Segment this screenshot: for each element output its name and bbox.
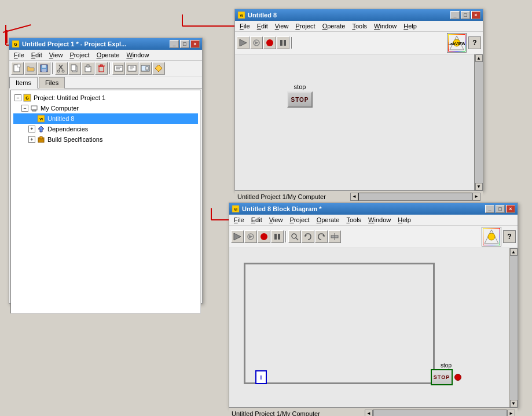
project-explorer-title-bar[interactable]: G Untitled Project 1 * - Project Expl...… (9, 38, 202, 50)
svg-text:VI: VI (234, 208, 237, 211)
tb-bd-search[interactable] (288, 230, 301, 243)
bd-menu-project[interactable]: Project (286, 215, 313, 224)
vi-scrollbar-v[interactable]: ▲ ▼ (474, 54, 483, 190)
menu-operate[interactable]: Operate (93, 50, 123, 60)
tb-more[interactable] (139, 62, 152, 75)
tb-bd-undo[interactable] (302, 230, 314, 243)
bd-menu-edit[interactable]: Edit (248, 215, 266, 224)
menu-edit[interactable]: Edit (28, 50, 46, 60)
tb-paste[interactable] (82, 62, 94, 75)
bd-scroll-up[interactable]: ▲ (510, 248, 518, 256)
vi-stop-button[interactable]: STOP (287, 91, 313, 108)
tree-project-node[interactable]: − G Project: Untitled Project 1 (13, 93, 198, 103)
tb-bd-stop[interactable] (258, 230, 270, 243)
tb-properties[interactable] (112, 62, 125, 75)
vi-scroll-down[interactable]: ▼ (475, 183, 483, 190)
vi-scroll-up[interactable]: ▲ (475, 54, 483, 62)
tb-save[interactable] (38, 62, 50, 75)
vi-menu-window[interactable]: Window (370, 21, 400, 31)
bd-close[interactable]: × (506, 205, 515, 213)
tb-bd-run-arrow[interactable] (231, 230, 244, 243)
tree-dependencies-node[interactable]: + Dependencies (13, 124, 198, 134)
vi-title-bar[interactable]: VI Untitled 8 _ □ × (235, 9, 483, 21)
vi-menu-project[interactable]: Project (292, 21, 318, 31)
tb-help[interactable] (126, 62, 138, 75)
bd-maximize[interactable]: □ (496, 205, 505, 213)
bd-menu-tools[interactable]: Tools (343, 215, 365, 224)
vi-menu-help[interactable]: Help (400, 21, 420, 31)
vi-menu-tools[interactable]: Tools (348, 21, 370, 31)
bd-scroll-down[interactable]: ▼ (510, 400, 518, 407)
vi-scroll-track-v[interactable] (475, 62, 483, 183)
bd-sep1 (285, 231, 287, 242)
vi-maximize[interactable]: □ (461, 11, 470, 19)
vi-scrollbar-h[interactable] (358, 193, 472, 201)
tab-items[interactable]: Items (9, 77, 38, 89)
vi-front-panel-canvas[interactable]: stop STOP (235, 54, 474, 190)
tb-extra[interactable] (152, 62, 165, 75)
tb-bd-extra[interactable] (328, 230, 341, 243)
menu-file[interactable]: File (10, 50, 28, 60)
bd-minimize[interactable]: _ (485, 205, 494, 213)
bd-bool-indicator[interactable]: i (255, 370, 267, 384)
expander-project[interactable]: − (14, 94, 21, 101)
tb-copy[interactable] (68, 62, 81, 75)
svg-marker-57 (249, 235, 253, 238)
bd-menu-window[interactable]: Window (365, 215, 394, 224)
menu-window[interactable]: Window (123, 50, 152, 60)
minimize-button[interactable]: _ (170, 40, 179, 48)
tree-mycomputer-node[interactable]: − My Computer (13, 103, 198, 113)
bd-scrollbar-h[interactable] (373, 410, 507, 417)
bd-scroll-left[interactable]: ◄ (365, 410, 373, 417)
menu-project[interactable]: Project (66, 50, 93, 60)
expander-mycomputer[interactable]: − (21, 105, 28, 112)
vi-menu-file[interactable]: File (236, 21, 254, 31)
vi-close[interactable]: × (471, 11, 480, 19)
block-diagram-window: VI Untitled 8 Block Diagram * _ □ × File… (229, 203, 518, 408)
vi-scroll-left[interactable]: ◄ (350, 193, 358, 201)
tb-vi-pause[interactable] (277, 36, 289, 49)
vi-menu-operate[interactable]: Operate (319, 21, 349, 31)
project-explorer-window: G Untitled Project 1 * - Project Expl...… (9, 38, 203, 304)
tb-bd-run2[interactable] (244, 230, 257, 243)
bd-outer-box (244, 263, 435, 384)
bd-title-bar[interactable]: VI Untitled 8 Block Diagram * _ □ × (229, 203, 518, 215)
bd-stop-button[interactable]: STOP (431, 369, 453, 385)
menu-view[interactable]: View (46, 50, 67, 60)
maximize-button[interactable]: □ (180, 40, 189, 48)
vi-icon: VI (36, 114, 46, 123)
vi-scroll-right[interactable]: ► (472, 193, 480, 201)
tb-vi-run2[interactable] (250, 36, 263, 49)
project-tree[interactable]: − G Project: Untitled Project 1 − My Com… (10, 90, 201, 314)
vi-minimize[interactable]: _ (450, 11, 460, 19)
tab-files[interactable]: Files (39, 77, 65, 89)
tb-new-vi[interactable] (11, 62, 24, 75)
svg-rect-60 (278, 234, 280, 240)
svg-rect-23 (100, 65, 102, 66)
bd-menu-file[interactable]: File (230, 215, 248, 224)
vi-help-btn[interactable]: ? (468, 36, 481, 49)
tb-bd-redo[interactable] (315, 230, 328, 243)
bd-scrollbar-v[interactable]: ▲ ▼ (509, 248, 518, 407)
tree-untitled8-node[interactable]: VI Untitled 8 (13, 113, 198, 124)
bd-menu-operate[interactable]: Operate (313, 215, 343, 224)
bd-help-btn[interactable]: ? (503, 230, 516, 243)
expander-build[interactable]: + (28, 136, 35, 143)
bd-diagram-canvas[interactable]: i stop STOP (229, 248, 509, 407)
bd-menu-view[interactable]: View (266, 215, 287, 224)
tb-delete[interactable] (95, 62, 108, 75)
tb-open[interactable] (24, 62, 37, 75)
tree-buildspecs-node[interactable]: + Build Specifications (13, 134, 198, 145)
tb-bd-pause[interactable] (271, 230, 284, 243)
bd-scroll-right[interactable]: ► (507, 410, 515, 417)
bd-menu-help[interactable]: Help (394, 215, 414, 224)
vi-menu-view[interactable]: View (271, 21, 292, 31)
tb-vi-run-arrow[interactable] (237, 36, 250, 49)
close-button[interactable]: × (190, 40, 200, 48)
title-bar-buttons: _ □ × (170, 40, 200, 48)
tb-cut[interactable] (55, 62, 68, 75)
tb-vi-stop[interactable] (263, 36, 276, 49)
vi-menu-edit[interactable]: Edit (254, 21, 271, 31)
bd-scroll-track-v[interactable] (510, 256, 518, 400)
expander-deps[interactable]: + (28, 126, 35, 132)
